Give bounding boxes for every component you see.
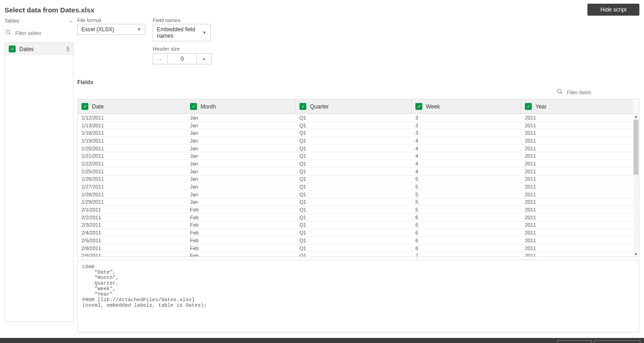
- table-row[interactable]: 1/19/2011JanQ142011: [78, 137, 639, 145]
- fields-label: Fields: [77, 79, 639, 86]
- table-cell: 2011: [521, 129, 639, 137]
- checkbox-checked-icon[interactable]: ✓: [81, 103, 88, 110]
- fields-grid: ✓ Date ✓ Month ✓ Quarter ✓ Week ✓ Year: [77, 99, 639, 257]
- table-cell: Jan: [186, 114, 296, 121]
- table-row[interactable]: 1/26/2011JanQ152011: [78, 176, 639, 183]
- search-icon: [557, 88, 563, 96]
- table-cell: 2011: [521, 229, 639, 236]
- table-cell: Q1: [296, 191, 412, 198]
- table-cell: Q1: [296, 237, 412, 244]
- field-names-value: Embedded field names: [157, 26, 202, 39]
- table-cell: 2011: [521, 176, 639, 183]
- script-preview[interactable]: LOAD "Date", "Month", Quarter, "Week", "…: [77, 260, 639, 332]
- table-cell: Feb: [186, 252, 296, 257]
- fields-header-row: ✓ Date ✓ Month ✓ Quarter ✓ Week ✓ Year: [78, 99, 639, 114]
- table-cell: Q1: [296, 168, 412, 175]
- checkbox-checked-icon[interactable]: ✓: [9, 46, 16, 52]
- insert-script-button[interactable]: Insert script: [594, 340, 640, 343]
- table-row[interactable]: 1/25/2011JanQ142011: [78, 168, 639, 176]
- column-header-quarter[interactable]: ✓ Quarter: [296, 99, 412, 114]
- table-row[interactable]: 2/5/2011FebQ162011: [78, 237, 639, 245]
- svg-line-1: [9, 33, 11, 34]
- table-cell: 2011: [521, 199, 639, 206]
- column-header-week[interactable]: ✓ Week: [412, 99, 521, 114]
- table-cell: 2011: [521, 137, 639, 144]
- table-cell: 1/22/2011: [78, 160, 186, 167]
- checkbox-checked-icon[interactable]: ✓: [299, 103, 306, 110]
- filter-tables-input[interactable]: [14, 30, 60, 36]
- scroll-up-icon[interactable]: ▲: [634, 114, 638, 119]
- header-size-minus-button[interactable]: -: [153, 54, 168, 64]
- table-cell: 2/1/2011: [78, 206, 186, 213]
- dialog-title: Select data from Dates.xlsx: [5, 6, 94, 14]
- table-cell: 1/12/2011: [78, 114, 186, 121]
- scrollbar-thumb[interactable]: [633, 120, 638, 175]
- table-item-dates[interactable]: ✓ Dates 5: [5, 43, 73, 55]
- hide-script-button[interactable]: Hide script: [587, 4, 639, 16]
- tables-list: ✓ Dates 5: [5, 42, 74, 322]
- table-cell: 2011: [521, 160, 639, 167]
- table-cell: Q1: [296, 199, 412, 206]
- table-row[interactable]: 1/28/2011JanQ152011: [78, 191, 639, 199]
- file-format-value: Excel (XLSX): [81, 26, 114, 33]
- table-cell: 6: [412, 237, 521, 244]
- table-cell: Jan: [186, 176, 296, 183]
- table-row[interactable]: 2/2/2011FebQ162011: [78, 214, 639, 222]
- table-row[interactable]: 2/3/2011FebQ162011: [78, 222, 639, 229]
- table-row[interactable]: 1/18/2011JanQ132011: [78, 129, 639, 137]
- header-size-plus-button[interactable]: +: [196, 54, 211, 64]
- table-cell: Q1: [296, 183, 412, 190]
- table-cell: 1/25/2011: [78, 168, 186, 175]
- tables-label: Tables: [5, 18, 19, 23]
- table-cell: Jan: [186, 160, 296, 167]
- table-row[interactable]: 2/8/2011FebQ162011: [78, 245, 639, 252]
- table-cell: 6: [412, 245, 521, 252]
- table-cell: Feb: [186, 222, 296, 229]
- column-header-year[interactable]: ✓ Year: [521, 99, 632, 114]
- table-row[interactable]: 1/27/2011JanQ152011: [78, 183, 639, 191]
- column-header-date[interactable]: ✓ Date: [78, 99, 186, 114]
- table-cell: Jan: [186, 183, 296, 190]
- table-cell: 6: [412, 222, 521, 229]
- fields-panel: File format Excel (XLSX) ▼ Field names E…: [77, 17, 639, 332]
- table-row[interactable]: 1/21/2011JanQ142011: [78, 152, 639, 160]
- column-header-month[interactable]: ✓ Month: [186, 99, 296, 114]
- filter-tables[interactable]: [5, 28, 74, 39]
- table-cell: 2011: [521, 245, 639, 252]
- table-cell: Q1: [296, 160, 412, 167]
- column-label: Date: [92, 103, 104, 110]
- collapse-arrow-icon[interactable]: →: [67, 17, 74, 25]
- table-row[interactable]: 2/4/2011FebQ162011: [78, 229, 639, 237]
- cancel-button[interactable]: Cancel: [557, 340, 592, 343]
- field-names-label: Field names: [153, 17, 212, 23]
- checkbox-checked-icon[interactable]: ✓: [415, 103, 422, 110]
- filter-fields-input[interactable]: [566, 89, 603, 96]
- table-cell: 3: [412, 129, 521, 137]
- dialog-footer: Cancel Insert script: [0, 338, 644, 343]
- table-cell: 2011: [521, 114, 639, 121]
- table-row[interactable]: 1/13/2011JanQ132011: [78, 122, 639, 130]
- table-row[interactable]: 1/12/2011JanQ132011: [78, 114, 639, 122]
- table-cell: Jan: [186, 152, 296, 160]
- table-cell: 1/28/2011: [78, 191, 186, 198]
- fields-filter[interactable]: [77, 88, 639, 96]
- table-cell: Feb: [186, 206, 296, 213]
- field-names-select[interactable]: Embedded field names ▼: [153, 24, 211, 41]
- checkbox-checked-icon[interactable]: ✓: [525, 103, 532, 110]
- scrollbar-track[interactable]: [633, 120, 638, 251]
- table-row[interactable]: 2/9/2011FebQ172011: [78, 252, 639, 257]
- file-format-label: File format: [77, 17, 145, 23]
- table-cell: 4: [412, 160, 521, 167]
- table-row[interactable]: 1/22/2011JanQ142011: [78, 160, 639, 168]
- table-cell: 1/18/2011: [78, 129, 186, 137]
- checkbox-checked-icon[interactable]: ✓: [190, 103, 197, 110]
- table-row[interactable]: 1/29/2011JanQ152011: [78, 199, 639, 206]
- table-cell: 1/20/2011: [78, 145, 186, 152]
- scroll-down-icon[interactable]: ▼: [634, 252, 638, 257]
- file-format-select[interactable]: Excel (XLSX) ▼: [77, 24, 145, 35]
- table-row[interactable]: 2/1/2011FebQ152011: [78, 206, 639, 214]
- table-cell: 2011: [521, 145, 639, 152]
- table-cell: Q1: [296, 137, 412, 144]
- table-row[interactable]: 1/20/2011JanQ142011: [78, 145, 639, 153]
- table-cell: Jan: [186, 168, 296, 175]
